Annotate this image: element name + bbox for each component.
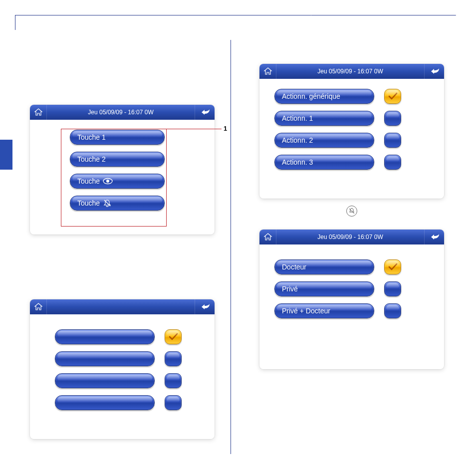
button-label: Privé + Docteur xyxy=(282,307,330,315)
vertical-divider xyxy=(231,40,231,454)
button-label: Docteur xyxy=(282,263,306,271)
back-button[interactable] xyxy=(424,230,444,244)
home-button[interactable] xyxy=(259,230,276,244)
actionn-1-button[interactable]: Actionn. 1 xyxy=(274,111,374,126)
page-frame-notch xyxy=(301,15,456,30)
home-icon xyxy=(34,108,43,116)
option-3-button[interactable] xyxy=(55,373,155,388)
connector-bell-icon xyxy=(346,206,357,217)
button-label: Actionn. générique xyxy=(282,92,340,100)
option-4-button[interactable] xyxy=(55,395,155,410)
back-button[interactable] xyxy=(195,299,215,314)
check-icon xyxy=(388,92,398,100)
panel-body xyxy=(30,314,215,429)
actionn-1-checkbox[interactable] xyxy=(384,111,401,126)
panel-actionneurs: Jeu 05/09/09 - 16:07 0W Actionn. génériq… xyxy=(259,64,444,199)
option-3-checkbox[interactable] xyxy=(165,373,182,388)
actionn-generique-checkbox[interactable] xyxy=(384,89,401,104)
actionn-generique-button[interactable]: Actionn. générique xyxy=(274,89,374,104)
home-icon xyxy=(34,303,43,311)
prive-checkbox[interactable] xyxy=(384,281,401,296)
panel-body: Docteur Privé Privé + Docteur xyxy=(259,244,444,344)
option-1-button[interactable] xyxy=(55,329,155,344)
header-datetime: Jeu 05/09/09 - 16:07 0W xyxy=(47,109,195,116)
panel-profiles: Jeu 05/09/09 - 16:07 0W Docteur Privé Pr… xyxy=(259,230,444,369)
back-arrow-icon xyxy=(200,303,211,311)
home-icon xyxy=(263,233,272,241)
button-label: Actionn. 1 xyxy=(282,114,313,122)
panel-blank-options xyxy=(30,299,215,439)
header-datetime: Jeu 05/09/09 - 16:07 0W xyxy=(276,234,424,240)
panel-header: Jeu 05/09/09 - 16:07 0W xyxy=(259,64,444,79)
actionn-3-button[interactable]: Actionn. 3 xyxy=(274,155,374,170)
check-icon xyxy=(388,263,398,271)
actionn-2-button[interactable]: Actionn. 2 xyxy=(274,133,374,148)
back-arrow-icon xyxy=(200,108,211,116)
option-1-checkbox[interactable] xyxy=(165,329,182,344)
check-icon xyxy=(168,333,178,341)
prive-docteur-checkbox[interactable] xyxy=(384,303,401,318)
home-button[interactable] xyxy=(30,299,47,314)
back-button[interactable] xyxy=(195,105,215,120)
back-arrow-icon xyxy=(429,67,440,75)
home-button[interactable] xyxy=(259,64,276,79)
callout-box-1 xyxy=(61,129,167,227)
prive-docteur-button[interactable]: Privé + Docteur xyxy=(274,303,374,318)
callout-line-1 xyxy=(167,129,222,129)
option-4-checkbox[interactable] xyxy=(165,395,182,410)
back-arrow-icon xyxy=(429,233,440,241)
panel-header xyxy=(30,299,215,314)
actionn-3-checkbox[interactable] xyxy=(384,155,401,170)
docteur-button[interactable]: Docteur xyxy=(274,259,374,274)
button-label: Privé xyxy=(282,285,298,293)
home-button[interactable] xyxy=(30,105,47,120)
back-button[interactable] xyxy=(424,64,444,79)
docteur-checkbox[interactable] xyxy=(384,259,401,274)
option-2-checkbox[interactable] xyxy=(165,351,182,366)
callout-label-1: 1 xyxy=(224,125,227,132)
side-tab xyxy=(0,140,12,170)
panel-header: Jeu 05/09/09 - 16:07 0W xyxy=(259,230,444,244)
actionn-2-checkbox[interactable] xyxy=(384,133,401,148)
button-label: Actionn. 2 xyxy=(282,136,313,144)
button-label: Actionn. 3 xyxy=(282,158,313,166)
home-icon xyxy=(263,67,272,75)
prive-button[interactable]: Privé xyxy=(274,281,374,296)
panel-body: Actionn. générique Actionn. 1 Actionn. 2… xyxy=(259,79,444,189)
option-2-button[interactable] xyxy=(55,351,155,366)
panel-header: Jeu 05/09/09 - 16:07 0W xyxy=(30,105,215,120)
header-datetime: Jeu 05/09/09 - 16:07 0W xyxy=(276,68,424,75)
